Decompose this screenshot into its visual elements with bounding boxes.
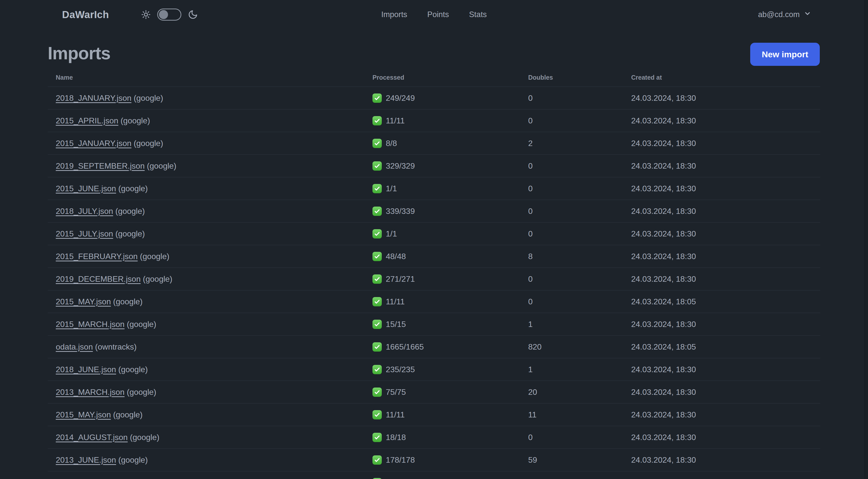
success-check-icon (372, 139, 382, 148)
doubles-count: 820 (520, 342, 623, 352)
page-title: Imports (48, 41, 868, 65)
import-file-link[interactable]: 2015_FEBRUARY.json (56, 252, 137, 261)
import-file-link[interactable]: 2019_SEPTEMBER.json (56, 161, 145, 170)
import-file-link[interactable]: 2015_APRIL.json (56, 116, 118, 125)
import-file-link[interactable]: 2018_JUNE.json (56, 365, 116, 374)
processed-cell: 178/178 (365, 455, 520, 465)
doubles-count: 1 (520, 365, 623, 374)
name-cell: 2015_APRIL.json (google) (48, 116, 365, 125)
import-file-link[interactable]: 2018_JANUARY.json (56, 93, 131, 102)
import-file-link[interactable]: 2015_MARCH.json (56, 320, 125, 329)
processed-count: 339/339 (386, 207, 415, 216)
processed-count: 18/18 (386, 433, 406, 442)
created-at: 24.03.2024, 18:05 (623, 297, 820, 306)
processed-cell: 271/271 (365, 274, 520, 284)
import-file-link[interactable]: 2015_JUNE.json (56, 184, 116, 193)
processed-count: 235/235 (386, 365, 415, 374)
success-check-icon (372, 274, 382, 284)
doubles-count: 0 (520, 93, 623, 103)
name-cell: 2018_JANUARY.json (google) (48, 93, 365, 103)
import-file-link[interactable]: 2018_JULY.json (56, 207, 113, 216)
success-check-icon (372, 320, 382, 329)
import-source-label: (google) (118, 116, 150, 125)
processed-cell: 249/249 (365, 93, 520, 103)
success-check-icon (372, 297, 382, 306)
created-at: 24.03.2024, 18:30 (623, 388, 820, 397)
name-cell: 2013_JUNE.json (google) (48, 455, 365, 465)
import-source-label: (google) (116, 184, 148, 193)
doubles-count: 0 (520, 116, 623, 125)
import-file-link[interactable]: 2013_MARCH.json (56, 388, 125, 396)
import-source-label: (google) (111, 297, 143, 306)
import-source-label: (google) (125, 388, 156, 396)
processed-cell: 11/11 (365, 297, 520, 306)
created-at: 24.03.2024, 18:05 (623, 342, 820, 352)
processed-count: 249/249 (386, 93, 415, 103)
created-at: 24.03.2024, 18:30 (623, 410, 820, 419)
name-cell: 2015_MAY.json (google) (48, 297, 365, 306)
table-row: 2015_JANUARY.json (google) 8/8 2 24.03.2… (48, 132, 820, 154)
created-at: 24.03.2024, 18:30 (623, 365, 820, 374)
name-cell: 2015_JUNE.json (google) (48, 184, 365, 193)
import-source-label: (google) (113, 229, 145, 238)
name-cell: 2015_JANUARY.json (google) (48, 139, 365, 148)
name-cell: 2015_MAY.json (google) (48, 410, 365, 419)
import-file-link[interactable]: 2014_AUGUST.json (56, 433, 128, 442)
theme-toggle-switch[interactable] (157, 8, 181, 21)
doubles-count: 2 (520, 139, 623, 148)
created-at: 24.03.2024, 18:30 (623, 455, 820, 465)
import-source-label: (google) (116, 365, 148, 374)
sun-icon (141, 10, 151, 19)
page-scrollbar[interactable] (865, 0, 868, 479)
name-cell: 2015_JULY.json (google) (48, 229, 365, 239)
success-check-icon (372, 184, 382, 193)
moon-icon (188, 9, 198, 20)
column-header-name: Name (48, 74, 365, 81)
import-file-link[interactable]: odata.json (56, 342, 93, 351)
success-check-icon (372, 161, 382, 171)
table-row: 2015_FEBRUARY.json (google) 48/48 8 24.0… (48, 245, 820, 267)
processed-cell: 339/339 (365, 207, 520, 216)
import-file-link[interactable]: 2015_JULY.json (56, 229, 113, 238)
name-cell: 2018_JUNE.json (google) (48, 365, 365, 374)
created-at: 24.03.2024, 18:30 (623, 229, 820, 239)
theme-toggle-group (141, 8, 198, 21)
app-logo[interactable]: DaWarIch (62, 9, 109, 20)
user-menu[interactable]: ab@cd.com (758, 10, 811, 19)
table-row: 2015_MARCH.json (google) 15/15 1 24.03.2… (48, 312, 820, 335)
table-row: 2019_SEPTEMBER.json (google) 329/329 0 2… (48, 154, 820, 177)
table-row: 2015_JULY.json (google) 1/1 0 24.03.2024… (48, 222, 820, 245)
doubles-count: 0 (520, 433, 623, 442)
table-row: 2015_JUNE.json (google) 1/1 0 24.03.2024… (48, 177, 820, 200)
new-import-button[interactable]: New import (750, 43, 820, 66)
nav-link-points[interactable]: Points (427, 10, 449, 19)
processed-count: 178/178 (386, 455, 415, 465)
column-header-processed: Processed (365, 74, 520, 81)
import-file-link[interactable]: 2015_MAY.json (56, 297, 111, 306)
success-check-icon (372, 116, 382, 125)
table-row (48, 471, 820, 479)
user-email: ab@cd.com (758, 10, 800, 19)
table-row: 2014_AUGUST.json (google) 18/18 0 24.03.… (48, 426, 820, 448)
nav-link-stats[interactable]: Stats (469, 10, 487, 19)
success-check-icon (372, 365, 382, 374)
created-at: 24.03.2024, 18:30 (623, 184, 820, 193)
nav-link-imports[interactable]: Imports (381, 10, 407, 19)
created-at: 24.03.2024, 18:30 (623, 274, 820, 284)
doubles-count: 11 (520, 410, 623, 419)
import-file-link[interactable]: 2013_JUNE.json (56, 455, 116, 465)
table-row: 2013_MARCH.json (google) 75/75 20 24.03.… (48, 381, 820, 403)
import-source-label: (google) (125, 320, 156, 329)
processed-cell: 329/329 (365, 161, 520, 171)
import-source-label: (google) (131, 139, 163, 148)
import-file-link[interactable]: 2015_MAY.json (56, 410, 111, 419)
import-file-link[interactable]: 2019_DECEMBER.json (56, 274, 141, 283)
doubles-count: 8 (520, 252, 623, 261)
processed-count: 1/1 (386, 229, 397, 239)
import-file-link[interactable]: 2015_JANUARY.json (56, 139, 131, 148)
success-check-icon (372, 252, 382, 261)
navbar: DaWarIch Imports Points Stats ab@cd.com (0, 0, 868, 29)
name-cell: 2013_MARCH.json (google) (48, 388, 365, 397)
name-cell: 2019_DECEMBER.json (google) (48, 274, 365, 284)
success-check-icon (372, 455, 382, 465)
